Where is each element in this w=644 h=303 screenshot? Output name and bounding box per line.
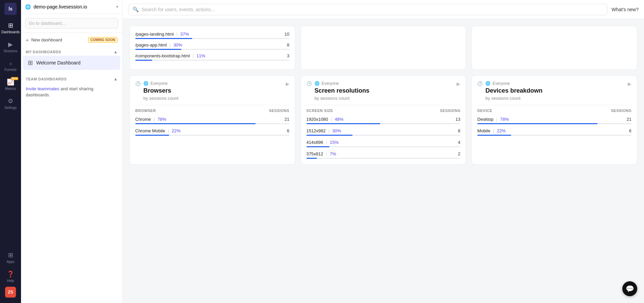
browser-fill-0 — [135, 123, 256, 124]
devices-card-title: Devices breakdown — [485, 87, 542, 94]
browser-pct-0: 78% — [158, 117, 166, 122]
globe-icon: 🌐 — [25, 4, 31, 10]
partial-row-path-0: /pages-landing.html — [135, 32, 174, 37]
collapse-my-dashboards-icon[interactable]: ▲ — [114, 50, 118, 54]
browsers-audience: 🌐 Everyone — [143, 81, 178, 86]
browsers-col-sessions: SESSIONS — [269, 109, 289, 113]
partial-row-pct-1: 30% — [174, 42, 182, 48]
partial-row-top-2: /components-bootstrap.html | 11% 3 — [135, 53, 289, 58]
devices-audience: 🌐 Everyone — [485, 81, 542, 86]
screen-expand-icon[interactable]: ▶ — [457, 81, 460, 87]
nav-item-metrics[interactable]: NEW 📈 Metrics — [1, 76, 20, 93]
device-pct-0: 78% — [500, 117, 509, 122]
partial-row-pct-0: 37% — [180, 32, 189, 37]
search-icon: 🔍 — [133, 6, 139, 13]
collapse-team-dashboards-icon[interactable]: ▲ — [114, 77, 118, 81]
screen-row-2: 414x896 | 15% 4 — [306, 140, 461, 147]
invite-teammates-link[interactable]: Invite teammates — [26, 86, 59, 91]
screen-track-2 — [306, 146, 461, 147]
nav-item-settings[interactable]: ⚙ Settings — [1, 95, 20, 112]
app-logo[interactable]: ls — [4, 3, 17, 15]
devices-audience-label: Everyone — [492, 81, 510, 86]
browsers-table-header: BROWSER SESSIONS — [135, 105, 289, 113]
devices-row-0: Desktop | 78% 21 — [477, 117, 631, 124]
browsers-card-title: Browsers — [143, 87, 178, 94]
chevron-down-icon[interactable]: ▾ — [116, 4, 118, 9]
progress-fill-0 — [135, 38, 192, 39]
devices-card-top: 🕐 🌐 Everyone Devices breakdown by sessio… — [477, 81, 631, 101]
partial-card-1: /pages-landing.html | 37% 10 /pages-app.… — [129, 26, 295, 70]
screen-fill-1 — [306, 135, 353, 136]
screen-pct-2: 15% — [330, 140, 339, 145]
progress-track-2 — [135, 60, 289, 61]
screen-col-sessions: SESSIONS — [440, 109, 460, 113]
browser-name-1: Chrome Mobile — [135, 128, 165, 133]
welcome-dashboard-label: Welcome Dashboard — [36, 60, 80, 65]
whats-new-button[interactable]: What's new? — [611, 7, 639, 12]
audience-icon-devices: 🌐 — [485, 81, 490, 86]
dashboards-icon: ⊞ — [8, 22, 13, 29]
clock-icon-browsers: 🕐 — [135, 81, 141, 86]
device-name-0: Desktop — [477, 117, 494, 122]
plus-icon[interactable]: + — [26, 37, 28, 43]
browser-pct-1: 22% — [172, 128, 181, 133]
funnels-icon: ⬦ — [9, 60, 13, 67]
my-dashboards-section: MY DASHBOARDS ▲ — [21, 47, 122, 56]
partial-row-count-2: 3 — [287, 53, 289, 58]
browsers-card-meta: 🌐 Everyone Browsers by sessions count — [143, 81, 178, 101]
screen-card-meta: 🌐 Everyone Screen resolutions by session… — [315, 81, 369, 101]
browsers-card-top: 🕐 🌐 Everyone Browsers by sessions count … — [135, 81, 289, 101]
screen-resolutions-card: 🕐 🌐 Everyone Screen resolutions by sessi… — [301, 75, 466, 165]
nav-item-apps[interactable]: ⊞ Apps — [1, 249, 20, 266]
browsers-card: 🕐 🌐 Everyone Browsers by sessions count … — [129, 75, 295, 165]
partial-card-2 — [301, 26, 466, 70]
screen-track-0 — [306, 123, 461, 124]
devices-card-subtitle: by sessions count — [485, 96, 542, 101]
my-dashboards-title: MY DASHBOARDS — [26, 50, 112, 54]
help-icon: ❓ — [7, 270, 14, 278]
screen-row-1: 1512x982 | 30% 8 — [306, 128, 461, 136]
browsers-expand-icon[interactable]: ▶ — [286, 81, 289, 87]
screen-count-3: 2 — [458, 151, 460, 156]
nav-item-dashboards[interactable]: ⊞ Dashboards — [1, 19, 20, 37]
left-nav: ls ⊞ Dashboards ▶ Sessions ⬦ Funnels NEW… — [0, 0, 21, 303]
screen-row-3: 375x812 | 7% 2 — [306, 151, 461, 159]
partial-row-2: /components-bootstrap.html | 11% 3 — [135, 53, 289, 61]
browsers-audience-label: Everyone — [150, 81, 168, 86]
device-count-1: 6 — [629, 128, 631, 133]
partial-row-1: /pages-app.html | 30% 8 — [135, 42, 289, 50]
search-input[interactable] — [142, 7, 603, 12]
screen-size-2: 414x896 — [306, 140, 323, 145]
team-invite-text: Invite teammates and start sharing dashb… — [26, 86, 93, 97]
new-dashboard-row: + New dashboard COMING SOON — [21, 33, 122, 47]
partial-cards-row: /pages-landing.html | 37% 10 /pages-app.… — [129, 26, 637, 70]
nav-item-sessions[interactable]: ▶ Sessions — [1, 38, 20, 56]
screen-card-title: Screen resolutions — [315, 87, 369, 94]
partial-row-count-1: 8 — [287, 42, 289, 48]
screen-count-1: 8 — [458, 128, 460, 133]
browser-name-0: Chrome — [135, 117, 151, 122]
dashboard-search-input[interactable] — [25, 18, 118, 29]
content-area: /pages-landing.html | 37% 10 /pages-app.… — [123, 19, 644, 303]
nav-label-dashboards: Dashboards — [1, 30, 20, 34]
audience-icon-browsers: 🌐 — [143, 81, 148, 86]
sidebar-item-welcome-dashboard[interactable]: ⊞ Welcome Dashboard — [23, 56, 120, 70]
screen-card-top: 🕐 🌐 Everyone Screen resolutions by sessi… — [306, 81, 461, 101]
devices-expand-icon[interactable]: ▶ — [628, 81, 631, 87]
partial-row-count-0: 10 — [284, 32, 289, 37]
nav-label-sessions: Sessions — [4, 49, 18, 53]
screen-size-3: 375x812 — [306, 151, 323, 156]
browsers-row-1: Chrome Mobile | 22% 6 — [135, 128, 289, 136]
screen-count-2: 4 — [458, 140, 460, 145]
partial-row-0: /pages-landing.html | 37% 10 — [135, 32, 289, 39]
devices-card-meta: 🌐 Everyone Devices breakdown by sessions… — [485, 81, 542, 101]
progress-track-0 — [135, 38, 289, 39]
screen-audience-label: Everyone — [322, 81, 339, 86]
sidebar: 🌐 demo-page.livesession.io ▾ + New dashb… — [21, 0, 123, 303]
chat-bubble[interactable]: 💬 — [622, 281, 637, 296]
new-badge: NEW — [11, 77, 18, 80]
nav-item-help[interactable]: ❓ Help — [1, 268, 20, 285]
screen-table-header: SCREEN SIZE SESSIONS — [306, 105, 461, 113]
user-avatar[interactable]: ZS — [5, 287, 16, 298]
nav-item-funnels[interactable]: ⬦ Funnels — [1, 57, 20, 74]
